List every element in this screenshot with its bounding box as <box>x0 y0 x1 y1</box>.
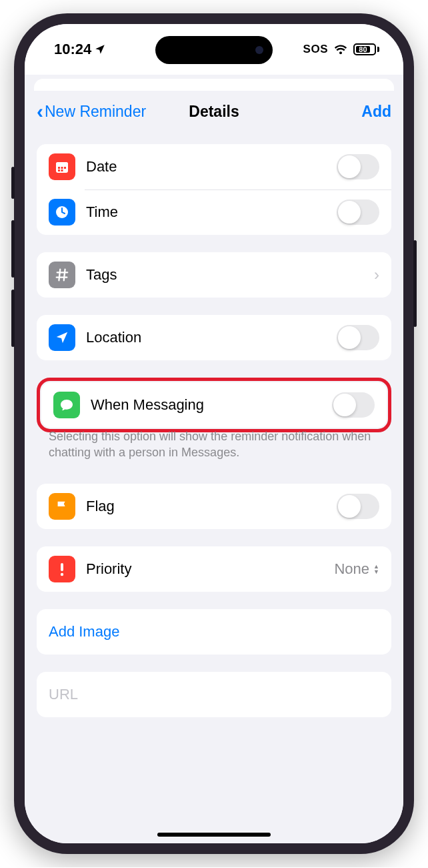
tags-row[interactable]: Tags › <box>37 252 391 298</box>
priority-value[interactable]: None ▲▼ <box>334 560 379 578</box>
svg-rect-5 <box>58 169 60 171</box>
content-scroll[interactable]: Date Time <box>25 132 403 843</box>
location-row[interactable]: Location <box>37 315 391 360</box>
page-title: Details <box>189 103 239 121</box>
date-row[interactable]: Date <box>37 144 391 189</box>
priority-row[interactable]: Priority None ▲▼ <box>37 546 391 592</box>
side-button <box>11 167 15 199</box>
date-toggle[interactable] <box>337 154 379 179</box>
status-right: SOS 80 <box>303 42 379 57</box>
svg-point-9 <box>61 572 63 575</box>
svg-rect-8 <box>61 563 63 571</box>
calendar-icon <box>49 153 75 180</box>
priority-value-text: None <box>334 560 369 578</box>
chevron-left-icon: ‹ <box>37 101 43 121</box>
svg-rect-3 <box>61 167 63 169</box>
location-arrow-icon <box>94 43 106 55</box>
date-time-group: Date Time <box>37 144 391 235</box>
time-row[interactable]: Time <box>37 189 391 235</box>
flag-label: Flag <box>86 498 337 515</box>
add-image-group: Add Image <box>37 609 391 655</box>
priority-label: Priority <box>86 560 334 578</box>
messaging-toggle[interactable] <box>332 392 375 418</box>
url-row[interactable] <box>37 672 391 717</box>
tags-group: Tags › <box>37 252 391 298</box>
add-image-row[interactable]: Add Image <box>37 609 391 655</box>
flag-group: Flag <box>37 484 391 529</box>
exclamation-icon <box>49 556 75 582</box>
sos-indicator: SOS <box>303 43 328 56</box>
back-label: New Reminder <box>45 103 146 121</box>
messaging-group: When Messaging <box>41 382 387 428</box>
up-down-chevron-icon: ▲▼ <box>373 564 379 574</box>
date-label: Date <box>86 158 337 175</box>
flag-row[interactable]: Flag <box>37 484 391 529</box>
svg-rect-6 <box>61 169 63 171</box>
priority-group: Priority None ▲▼ <box>37 546 391 592</box>
location-label: Location <box>86 329 337 346</box>
battery-indicator: 80 <box>353 43 379 55</box>
status-time: 10:24 <box>54 41 106 58</box>
clock-icon <box>49 199 75 226</box>
messaging-footer: Selecting this option will show the remi… <box>37 428 391 461</box>
time-label: Time <box>86 203 337 221</box>
hash-icon <box>49 262 75 288</box>
url-group <box>37 672 391 717</box>
volume-up-button <box>11 220 15 278</box>
clock-text: 10:24 <box>54 41 91 58</box>
url-input[interactable] <box>49 686 379 703</box>
tags-label: Tags <box>86 266 374 284</box>
dynamic-island <box>155 36 273 64</box>
flag-icon <box>49 493 75 520</box>
svg-rect-2 <box>58 167 60 169</box>
volume-down-button <box>11 290 15 347</box>
messages-icon <box>53 392 80 418</box>
messaging-row[interactable]: When Messaging <box>41 382 387 428</box>
location-toggle[interactable] <box>337 325 379 350</box>
phone-frame: 10:24 SOS 80 ‹ New Reminder Details <box>14 13 414 854</box>
details-sheet: ‹ New Reminder Details Add Date <box>25 91 403 843</box>
chevron-right-icon: › <box>374 266 379 284</box>
nav-bar: ‹ New Reminder Details Add <box>25 91 403 132</box>
messaging-label: When Messaging <box>91 396 332 414</box>
battery-level: 80 <box>356 46 370 53</box>
add-image-label: Add Image <box>49 623 379 640</box>
location-group: Location <box>37 315 391 360</box>
flag-toggle[interactable] <box>337 494 379 519</box>
highlight-annotation: When Messaging <box>37 378 391 432</box>
time-toggle[interactable] <box>337 199 379 225</box>
power-button <box>413 240 417 327</box>
svg-rect-1 <box>56 162 68 165</box>
front-camera <box>255 46 263 54</box>
wifi-icon <box>333 42 348 57</box>
screen: 10:24 SOS 80 ‹ New Reminder Details <box>25 24 403 843</box>
back-button[interactable]: ‹ New Reminder <box>37 101 146 121</box>
add-button[interactable]: Add <box>361 103 391 121</box>
home-indicator[interactable] <box>157 833 271 837</box>
svg-rect-4 <box>64 167 66 169</box>
location-icon <box>49 324 75 351</box>
